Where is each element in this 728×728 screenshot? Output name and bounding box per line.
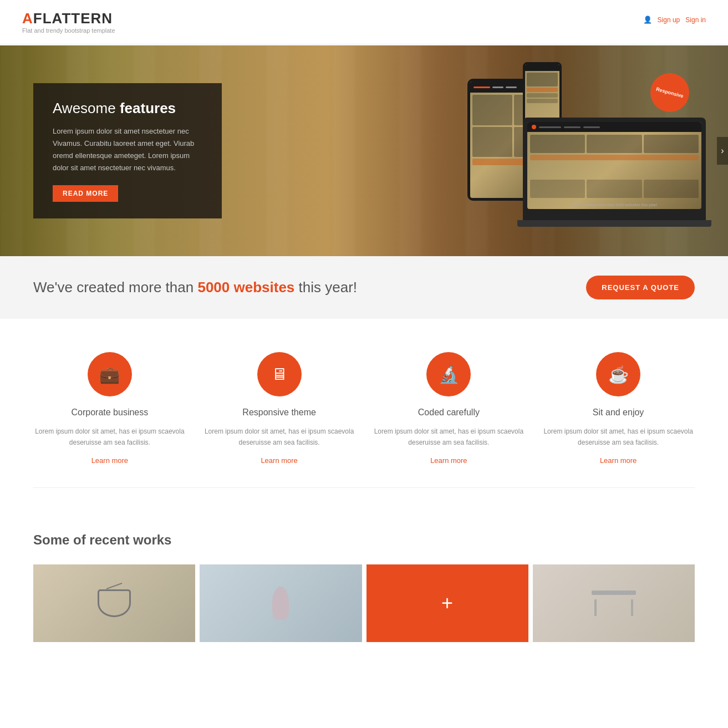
feature-enjoy-title: Sit and enjoy	[542, 408, 695, 418]
feature-corporate-desc: Lorem ipsum dolor sit amet, has ei ipsum…	[33, 426, 186, 449]
logo: AFLATTERN Flat and trendy bootstrap temp…	[22, 10, 115, 34]
recent-works-title: Some of recent works	[33, 532, 695, 548]
work-item-1-content	[98, 589, 131, 617]
promo-prefix: We've created more than	[33, 279, 197, 296]
signin-link[interactable]: Sign in	[685, 16, 706, 24]
features-section: 💼 Corporate business Lorem ipsum dolor s…	[0, 319, 728, 510]
scroll-right-button[interactable]: ›	[717, 137, 728, 165]
work-item-3-inner: +	[366, 564, 528, 642]
feature-corporate-title: Corporate business	[33, 408, 186, 418]
works-grid: +	[33, 564, 695, 642]
feature-responsive-desc: Lorem ipsum dolor sit amet, has ei ipsum…	[203, 426, 356, 449]
promo-text: We've created more than 5000 websites th…	[33, 279, 357, 296]
feature-enjoy: ☕ Sit and enjoy Lorem ipsum dolor sit am…	[542, 352, 695, 465]
feature-responsive-title: Responsive theme	[203, 408, 356, 418]
feature-corporate: 💼 Corporate business Lorem ipsum dolor s…	[33, 352, 186, 465]
section-title-bold: works	[133, 532, 171, 547]
plus-icon: +	[441, 592, 453, 615]
hero-title: Awesome features	[53, 100, 202, 117]
feature-responsive: 🖥 Responsive theme Lorem ipsum dolor sit…	[203, 352, 356, 465]
hero-section: Awesome features Lorem ipsum dolor sit a…	[0, 45, 728, 256]
responsive-badge: Responsive	[646, 69, 694, 116]
header: AFLATTERN Flat and trendy bootstrap temp…	[0, 0, 728, 44]
basket-shape	[98, 589, 131, 617]
hero-read-more-button[interactable]: READ MORE	[53, 185, 118, 202]
hero-title-bold: features	[120, 100, 176, 116]
laptop-lid: We've created more than 5000 websites th…	[523, 118, 706, 220]
work-item-2-content	[272, 587, 289, 620]
monitor-icon: 🖥	[271, 365, 288, 384]
feature-enjoy-link[interactable]: Learn more	[600, 456, 637, 465]
hero-description: Lorem ipsum dolor sit amet nsectetuer ne…	[53, 125, 202, 174]
enjoy-icon-wrap: ☕	[596, 352, 640, 396]
laptop-base	[517, 220, 711, 227]
device-laptop: We've created more than 5000 websites th…	[523, 118, 706, 234]
coded-icon-wrap: 🔬	[426, 352, 471, 396]
table-top	[592, 590, 636, 595]
table-legs	[594, 599, 633, 616]
section-title-normal: Some of recent	[33, 532, 133, 547]
promo-bar: We've created more than 5000 websites th…	[0, 256, 728, 319]
features-grid: 💼 Corporate business Lorem ipsum dolor s…	[33, 352, 695, 465]
laptop-screen: We've created more than 5000 websites th…	[527, 122, 701, 209]
work-item-4[interactable]	[533, 564, 695, 642]
coffee-icon: ☕	[608, 365, 629, 384]
briefcase-icon: 💼	[99, 365, 120, 384]
promo-highlight: 5000 websites	[197, 279, 294, 296]
auth-links: 👤 Sign up Sign in	[643, 16, 706, 24]
feature-coded-desc: Lorem ipsum dolor sit amet, has ei ipsum…	[373, 426, 526, 449]
logo-name: FLATTERN	[33, 10, 113, 27]
hero-devices: Responsive	[456, 57, 706, 245]
responsive-icon-wrap: 🖥	[257, 352, 302, 396]
feature-enjoy-desc: Lorem ipsum dolor sit amet, has ei ipsum…	[542, 426, 695, 449]
logo-tagline: Flat and trendy bootstrap template	[22, 27, 115, 34]
feature-coded-title: Coded carefully	[373, 408, 526, 418]
flask-icon: 🔬	[439, 365, 459, 384]
feature-responsive-link[interactable]: Learn more	[261, 456, 297, 465]
work-item-2[interactable]	[200, 564, 362, 642]
corporate-icon-wrap: 💼	[88, 352, 132, 396]
work-item-1-inner	[33, 564, 195, 642]
request-quote-button[interactable]: REQUEST A QUOTE	[586, 276, 695, 299]
work-item-4-inner	[533, 564, 695, 642]
work-item-4-content	[592, 590, 636, 616]
promo-suffix: this year!	[294, 279, 357, 296]
user-icon: 👤	[643, 16, 652, 24]
work-item-1[interactable]	[33, 564, 195, 642]
vase-shape	[272, 587, 289, 620]
work-item-3[interactable]: +	[366, 564, 528, 642]
feature-corporate-link[interactable]: Learn more	[91, 456, 128, 465]
hero-content: Awesome features Lorem ipsum dolor sit a…	[33, 83, 222, 218]
feature-coded-link[interactable]: Learn more	[430, 456, 467, 465]
recent-works-section: Some of recent works	[0, 510, 728, 664]
hero-title-normal: Awesome	[53, 100, 120, 116]
signup-link[interactable]: Sign up	[658, 16, 680, 24]
work-item-2-inner	[200, 564, 362, 642]
logo-prefix: A	[22, 10, 33, 27]
features-divider	[33, 487, 695, 488]
feature-coded: 🔬 Coded carefully Lorem ipsum dolor sit …	[373, 352, 526, 465]
badge-text: Responsive	[655, 86, 684, 99]
logo-text: AFLATTERN	[22, 10, 115, 27]
